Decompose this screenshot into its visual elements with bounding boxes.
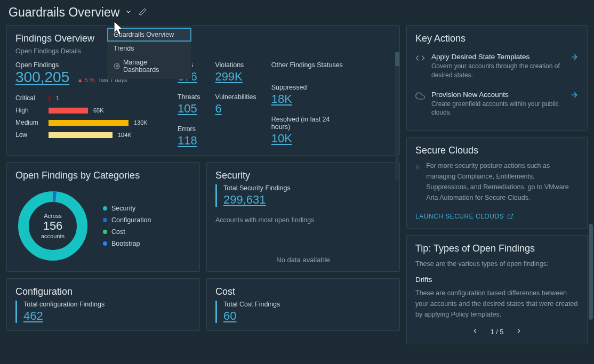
key-actions-title: Key Actions: [415, 33, 579, 44]
dropdown-item-guardrails[interactable]: Guardrails Overview: [107, 28, 191, 42]
severity-high: High65K: [15, 107, 165, 114]
pager-next[interactable]: [515, 327, 523, 336]
key-actions-card: Key Actions Apply Desired State Template…: [406, 25, 588, 131]
svg-line-6: [510, 214, 513, 217]
legend-cost[interactable]: Cost: [103, 228, 151, 236]
dropdown-item-manage[interactable]: Manage Dashboards: [107, 55, 191, 77]
stat-resolved-label: Resolved (in last 24 hours): [271, 116, 341, 131]
stat-resolved-value[interactable]: 10K: [271, 132, 346, 145]
pencil-icon: [139, 7, 147, 16]
action-provision-accounts[interactable]: Provision New Accounts Create greenfield…: [415, 85, 579, 123]
stat-violations-label: Violations: [215, 61, 256, 69]
trend-indicator: ▲ 5 %: [77, 77, 95, 83]
launch-secure-clouds-link[interactable]: LAUNCH SECURE CLOUDS: [415, 213, 513, 220]
stat-errors-label: Errors: [178, 125, 200, 133]
severity-critical: Critical1: [15, 94, 165, 102]
tip-body: These are configuration based difference…: [415, 288, 579, 320]
security-card: Security Total Security Findings 299,631…: [206, 162, 400, 272]
configuration-value[interactable]: 462: [23, 309, 191, 323]
pager-status: 1 / 5: [491, 328, 503, 336]
stat-threats-value[interactable]: 105: [178, 102, 200, 116]
page-scrollbar-thumb[interactable]: [589, 224, 593, 320]
legend-bootstrap[interactable]: Bootstrap: [103, 240, 151, 247]
action-title-1: Apply Desired State Templates: [431, 53, 564, 61]
configuration-card: Configuration Total configuration Findin…: [6, 278, 200, 331]
cost-card: Cost Total Cost Findings 60: [206, 278, 400, 331]
categories-card: Open Findings by Categories Across 156 a…: [6, 162, 200, 272]
dropdown-item-trends[interactable]: Trends: [107, 42, 191, 55]
secure-desc: For more security posture actions such a…: [426, 160, 579, 203]
stat-errors-value[interactable]: 118: [178, 134, 200, 148]
configuration-title: Configuration: [15, 286, 191, 297]
tip-card: Tip: Types of Open Findings These are th…: [406, 235, 588, 344]
shield-search-icon: [415, 160, 420, 174]
legend-security[interactable]: Security: [103, 205, 151, 212]
severity-low: Low104K: [15, 131, 165, 139]
svg-point-5: [417, 167, 418, 167]
chevron-right-icon: [515, 327, 523, 335]
external-link-icon: [507, 213, 513, 220]
tip-intro: These are the various types of open find…: [415, 258, 579, 269]
action-apply-templates[interactable]: Apply Desired State Templates Govern you…: [415, 47, 579, 85]
arrow-right-icon: [570, 91, 579, 99]
cost-value[interactable]: 60: [223, 309, 391, 323]
stat-violations-value[interactable]: 299K: [215, 70, 256, 84]
tip-subtitle: Drifts: [415, 276, 579, 284]
cost-subtitle: Total Cost Findings: [223, 301, 391, 308]
cost-title: Cost: [215, 286, 391, 297]
edit-button[interactable]: [138, 6, 148, 19]
secure-clouds-card: Secure Clouds For more security posture …: [406, 137, 588, 229]
security-subtitle: Total Security Findings: [223, 184, 391, 192]
open-findings-value[interactable]: 300,205: [15, 69, 69, 85]
security-title: Security: [215, 170, 391, 181]
chevron-left-icon: [471, 327, 479, 335]
findings-subtitle: Open Findings Details: [15, 47, 387, 55]
pager-prev[interactable]: [471, 327, 479, 336]
donut-top-label: Across: [41, 213, 65, 219]
categories-title: Open Findings by Categories: [15, 170, 191, 181]
gear-icon: [114, 63, 120, 69]
donut-bot-label: accounts: [41, 233, 65, 239]
action-title-2: Provision New Accounts: [431, 91, 564, 99]
action-desc-2: Create greenfield accounts within your p…: [431, 100, 564, 118]
dashboard-dropdown-toggle[interactable]: [124, 7, 133, 18]
configuration-subtitle: Total configuration Findings: [23, 301, 191, 308]
stat-suppressed-value[interactable]: 18K: [271, 92, 346, 106]
severity-medium: Medium130K: [15, 119, 165, 126]
page-title: Guardrails Overview: [9, 5, 119, 20]
scrollbar-thumb[interactable]: [395, 52, 399, 66]
dropdown-item-manage-label: Manage Dashboards: [123, 59, 185, 74]
tip-title: Tip: Types of Open Findings: [415, 243, 579, 254]
secure-title: Secure Clouds: [415, 145, 579, 156]
stat-vuln-value[interactable]: 6: [215, 102, 256, 116]
other-statuses-label: Other Findings Statuses: [271, 61, 346, 69]
legend-configuration[interactable]: Configuration: [103, 216, 151, 224]
no-data-message: No data available: [215, 256, 391, 264]
findings-overview-card: Findings Overview Open Findings Details …: [6, 25, 400, 156]
security-accounts-label: Accounts with most open findings: [215, 216, 391, 224]
donut-number: 156: [41, 219, 65, 233]
stat-threats-label: Threats: [178, 93, 200, 101]
stat-suppressed-label: Suppressed: [271, 84, 346, 91]
svg-point-0: [116, 66, 118, 67]
chevron-down-icon: [125, 8, 132, 15]
code-icon: [415, 53, 425, 63]
action-desc-1: Govern your accounts through the creatio…: [431, 62, 564, 80]
stat-vuln-label: Vulnerabilities: [215, 93, 256, 101]
security-value[interactable]: 299,631: [223, 193, 391, 207]
donut-chart[interactable]: Across 156 accounts: [15, 189, 90, 263]
cloud-icon: [415, 91, 425, 101]
scrollbar-track[interactable]: [395, 52, 399, 180]
findings-title: Findings Overview: [15, 33, 387, 44]
arrow-right-icon: [570, 53, 579, 61]
dashboard-dropdown[interactable]: Guardrails Overview Trends Manage Dashbo…: [107, 25, 192, 79]
